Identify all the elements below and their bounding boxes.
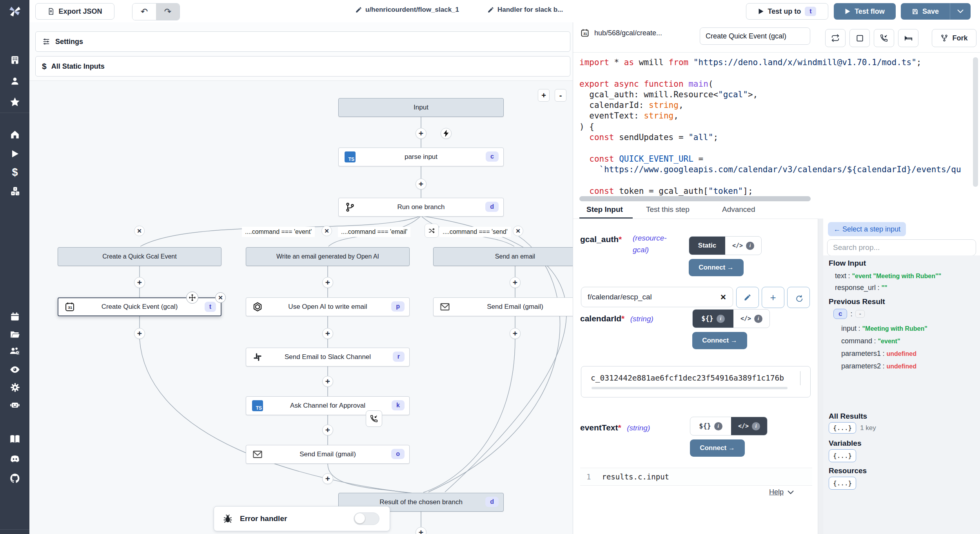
add-step-button[interactable]: + [322, 277, 333, 288]
branch-condition[interactable]: ....command === 'send' [439, 227, 511, 237]
sidebar-item-runs[interactable] [9, 148, 20, 159]
branch-condition[interactable]: ....command === 'email' [338, 227, 410, 237]
add-step-button[interactable]: + [134, 328, 145, 339]
sidebar-item-favorites[interactable] [9, 97, 20, 108]
branch-header-node[interactable]: Write an email generated by Open AI [246, 247, 410, 266]
calendarid-input[interactable]: c_0312442e881ae6fcf1dec23f54916a389f1c17… [591, 371, 800, 385]
collapse-button[interactable]: - [855, 310, 864, 318]
eventtext-expression-editor[interactable]: 1 results.c.input [580, 468, 812, 486]
step-node-approval[interactable]: TS Ask Channel for Approval k [246, 396, 410, 415]
sleep-button[interactable] [898, 29, 918, 47]
flow-summary-breadcrumb[interactable]: Handler for slack b... [487, 6, 563, 14]
add-resource-button[interactable]: + [762, 287, 784, 308]
step-node-parse-input[interactable]: TS parse input c [338, 148, 504, 166]
early-stop-button[interactable] [849, 29, 870, 47]
redo-button[interactable]: ↷ [156, 4, 180, 20]
retry-settings-button[interactable] [825, 29, 846, 47]
step-node-slack[interactable]: Send Email to Slack Channel r [246, 348, 410, 366]
step-node-gmail[interactable]: Send Email (gmail) [433, 297, 573, 316]
sidebar-item-workspace[interactable] [9, 55, 20, 66]
select-step-input-button[interactable]: ← Select a step input [828, 222, 906, 236]
gcal-auth-connect-button[interactable]: Connect → [689, 259, 744, 276]
prop-row[interactable]: response_url : "" [835, 284, 887, 292]
help-link[interactable]: Help [769, 488, 794, 496]
delete-step-button[interactable]: ✕ [215, 292, 226, 303]
prop-row[interactable]: input : "Meeting with Ruben" [841, 324, 927, 333]
sidebar-item-workers[interactable] [9, 399, 20, 410]
remove-branch-button[interactable]: ✕ [321, 226, 332, 236]
add-step-button[interactable]: + [510, 277, 521, 288]
template-mode-button[interactable]: ${} i [693, 310, 733, 328]
javascript-mode-button[interactable]: </> i [733, 310, 769, 328]
flow-input-node[interactable]: Input [338, 98, 504, 117]
refresh-resource-button[interactable] [787, 287, 810, 308]
save-more-button[interactable] [950, 9, 971, 13]
template-mode-button[interactable]: ${} i [690, 417, 731, 435]
variables-expand-chip[interactable]: {...} [829, 449, 856, 462]
sidebar-item-variables[interactable]: $ [9, 167, 20, 178]
sidebar-item-resources[interactable] [9, 186, 20, 197]
sidebar-item-groups[interactable] [9, 346, 20, 357]
sidebar-item-docs[interactable] [9, 434, 20, 445]
suspend-button[interactable] [874, 29, 894, 47]
add-step-button[interactable]: + [322, 376, 333, 387]
add-step-button[interactable]: + [322, 328, 333, 339]
undo-button[interactable]: ↶ [132, 4, 156, 20]
step-summary-input[interactable]: Create Quick Event (gcal) [700, 27, 810, 45]
branch-header-node[interactable]: Create a Quick Gcal Event [58, 247, 221, 266]
prop-row[interactable]: command : "event" [841, 337, 900, 345]
branch-condition[interactable]: ....command === 'event' [242, 227, 315, 237]
step-node-openai[interactable]: Use Open AI to write email p [246, 297, 410, 316]
test-flow-button[interactable]: Test flow [834, 3, 896, 20]
static-mode-button[interactable]: Static [689, 237, 725, 255]
sidebar-item-github[interactable] [9, 473, 20, 484]
add-step-button[interactable]: + [322, 425, 333, 436]
prop-row[interactable]: text : "event "Meeting with Ruben"" [835, 272, 941, 280]
sidebar-item-schedules[interactable] [9, 311, 20, 322]
add-step-button[interactable]: + [416, 179, 426, 190]
flow-path-breadcrumb[interactable]: u/henricourdent/flow_slack_1 [355, 6, 459, 14]
calendarid-connect-button[interactable]: Connect → [692, 332, 747, 349]
sidebar-item-folders[interactable] [9, 329, 20, 340]
form-scrollbar-track[interactable] [818, 219, 824, 534]
save-button[interactable]: Save [901, 7, 950, 16]
windmill-logo[interactable] [0, 0, 29, 22]
branch-reorder-button[interactable] [425, 224, 439, 238]
resources-expand-chip[interactable]: {...} [829, 477, 856, 490]
step-id-chip[interactable]: c [833, 309, 847, 319]
sidebar-item-settings[interactable] [9, 382, 20, 393]
remove-branch-button[interactable]: ✕ [134, 226, 145, 236]
remove-branch-button[interactable]: ✕ [513, 226, 523, 236]
step-node-gmail-2[interactable]: Send Email (gmail) o [246, 445, 410, 464]
sidebar-item-discord[interactable] [9, 454, 20, 465]
error-handler-toggle[interactable] [354, 512, 379, 525]
test-up-to-button[interactable]: Test up to t [746, 3, 828, 20]
branch-header-node[interactable]: Send an email [433, 247, 573, 266]
all-results-expand-chip[interactable]: {...} [829, 422, 856, 434]
flow-canvas[interactable]: Settings $ All Static Inputs + - [29, 22, 573, 534]
code-editor[interactable]: import * as wmill from "https://deno.lan… [579, 57, 971, 197]
prop-row[interactable]: parameters2 : undefined [841, 362, 916, 370]
eventtext-connect-button[interactable]: Connect → [690, 439, 745, 457]
clear-resource-button[interactable]: ✕ [720, 293, 726, 302]
add-step-button[interactable]: + [416, 128, 426, 139]
sidebar-item-user[interactable] [9, 76, 20, 87]
edit-resource-button[interactable] [736, 287, 759, 308]
export-json-button[interactable]: Export JSON [35, 3, 114, 20]
sidebar-item-audit[interactable] [9, 364, 20, 375]
fork-button[interactable]: Fork [932, 29, 976, 47]
sidebar-item-home[interactable] [9, 129, 20, 140]
tab-test-this-step[interactable]: Test this step [646, 205, 690, 214]
suspend-approval-indicator[interactable] [366, 410, 382, 427]
add-step-button[interactable]: + [322, 473, 333, 484]
move-step-button[interactable] [186, 292, 198, 304]
tab-advanced[interactable]: Advanced [722, 205, 755, 214]
add-step-button[interactable]: + [510, 328, 521, 339]
search-prop-input[interactable]: Search prop... [827, 239, 976, 256]
resource-picker-input[interactable]: f/calendar/escp_cal ✕ [581, 287, 733, 307]
code-hscrollbar[interactable] [579, 196, 811, 201]
code-vscrollbar[interactable] [973, 57, 978, 187]
add-step-button[interactable]: + [134, 277, 145, 288]
calendarid-input-hscrollbar[interactable] [592, 387, 788, 389]
prop-row[interactable]: parameters1 : undefined [841, 350, 916, 358]
